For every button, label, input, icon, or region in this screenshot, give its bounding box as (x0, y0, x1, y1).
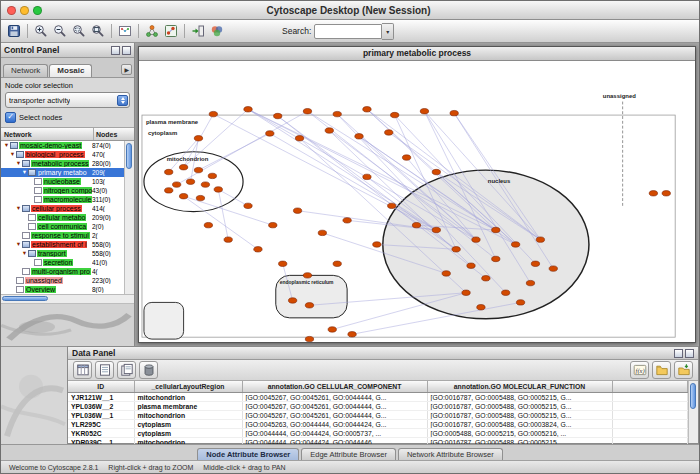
import-network-icon[interactable] (189, 22, 207, 40)
network-node[interactable] (165, 188, 173, 193)
network-node[interactable] (295, 136, 303, 141)
network-node[interactable] (536, 237, 544, 242)
network-node[interactable] (363, 107, 371, 112)
network-node[interactable] (452, 247, 460, 252)
select-attributes-icon[interactable] (73, 361, 92, 379)
network-node[interactable] (355, 134, 363, 139)
tree-item-macromolecule[interactable]: macromolecule311(0) (1, 195, 124, 204)
scrollbar-thumb[interactable] (126, 143, 132, 169)
network-node[interactable] (549, 266, 557, 271)
network-node[interactable] (391, 112, 399, 117)
table-vertical-scrollbar[interactable] (688, 381, 698, 443)
network-node[interactable] (186, 179, 194, 184)
network-node[interactable] (305, 303, 313, 308)
network-node[interactable] (274, 113, 282, 118)
network-node[interactable] (420, 109, 428, 114)
network-node[interactable] (269, 222, 277, 227)
table-row[interactable]: YPL036W__2plasma membrane[GO:0045267, GO… (68, 402, 688, 411)
network-node[interactable] (526, 280, 534, 285)
network-node[interactable] (412, 222, 420, 227)
network-node[interactable] (288, 298, 296, 303)
network-node[interactable] (472, 237, 480, 242)
new-attribute-icon[interactable] (117, 361, 136, 379)
network-node[interactable] (244, 203, 252, 208)
search-dropdown-arrow-icon[interactable]: ▾ (382, 23, 394, 40)
network-node[interactable] (165, 169, 173, 174)
close-panel-button[interactable] (122, 46, 131, 55)
network-node[interactable] (348, 332, 356, 337)
network-node[interactable] (432, 169, 440, 174)
import-attributes-icon[interactable] (652, 361, 671, 379)
network-node[interactable] (649, 191, 657, 196)
node-color-dropdown[interactable]: transporter activity (5, 92, 130, 108)
tree-header-nodes[interactable]: Nodes (94, 131, 134, 138)
network-node[interactable] (194, 136, 202, 141)
network-node[interactable] (482, 276, 490, 281)
tab-network[interactable]: Network (3, 64, 48, 77)
network-node[interactable] (333, 261, 341, 266)
network-node[interactable] (254, 247, 262, 252)
tree-item-transport[interactable]: ▼transport558(0) (1, 249, 124, 258)
network-node[interactable] (208, 173, 216, 178)
expand-arrow-icon[interactable]: ▼ (9, 150, 16, 159)
expand-arrow-icon[interactable]: ▼ (21, 249, 28, 258)
delete-attribute-icon[interactable] (139, 361, 158, 379)
network-node[interactable] (388, 203, 396, 208)
graphics-details-icon[interactable] (116, 22, 134, 40)
network-node[interactable] (209, 111, 217, 116)
network-node[interactable] (266, 131, 274, 136)
network-node[interactable] (402, 155, 410, 160)
column-header-id[interactable]: ID (68, 381, 134, 393)
vizmapper-icon[interactable] (208, 22, 226, 40)
zoom-fit-icon[interactable] (89, 22, 107, 40)
network-node[interactable] (303, 273, 311, 278)
network-canvas[interactable]: plasma membrane cytoplasm mitochondrion … (139, 61, 695, 342)
float-panel-button[interactable] (111, 46, 120, 55)
network-node[interactable] (467, 263, 475, 268)
network-node[interactable] (303, 109, 311, 114)
scrollbar-thumb[interactable] (2, 296, 48, 301)
zoom-selected-icon[interactable] (70, 22, 88, 40)
close-window-button[interactable] (7, 6, 16, 15)
save-icon[interactable] (5, 22, 23, 40)
network-node[interactable] (305, 336, 313, 341)
network-node[interactable] (662, 191, 670, 196)
network-node[interactable] (477, 305, 485, 310)
tree-item-cellular-metabo[interactable]: cellular metabo209(0) (1, 213, 124, 222)
tree-item-cellular-process[interactable]: ▼cellular process414( (1, 204, 124, 213)
zoom-window-button[interactable] (33, 6, 42, 15)
tree-item-mosaic-demo-yeast[interactable]: ▼mosaic-demo-yeast874(0) (1, 141, 124, 150)
network-node[interactable] (432, 227, 440, 232)
column-header-annotation-go-cellular-component[interactable]: annotation.GO CELLULAR_COMPONENT (242, 381, 427, 393)
network-node[interactable] (293, 208, 301, 213)
network-node[interactable] (531, 261, 539, 266)
network-node[interactable] (385, 130, 393, 135)
tab-mosaic[interactable]: Mosaic (49, 64, 92, 77)
network-node[interactable] (511, 242, 519, 247)
tree-item-biological-process[interactable]: ▼biological_process470( (1, 150, 124, 159)
tree-item-nucleobase[interactable]: nucleobase103( (1, 177, 124, 186)
network-node[interactable] (442, 271, 450, 276)
table-row[interactable]: YJR121W__1mitochondrion[GO:0045267, GO:0… (68, 393, 688, 402)
expand-arrow-icon[interactable]: ▼ (15, 240, 22, 249)
network-node[interactable] (333, 111, 341, 116)
network-node[interactable] (201, 182, 209, 187)
network-node[interactable] (502, 290, 510, 295)
network-node[interactable] (373, 242, 381, 247)
network-node[interactable] (214, 187, 222, 192)
network-node[interactable] (325, 128, 333, 133)
zoom-in-icon[interactable] (32, 22, 50, 40)
network-node[interactable] (492, 256, 500, 261)
tree-item-response-to-stimul[interactable]: response to stimul2( (1, 231, 124, 240)
expand-arrow-icon[interactable]: ▼ (15, 204, 22, 213)
data-panel-close-button[interactable] (685, 349, 694, 358)
table-row[interactable]: YPL036W__1mitochondrion[GO:0045267, GO:0… (68, 411, 688, 420)
search-input[interactable] (314, 24, 382, 39)
select-nodes-checkbox[interactable]: ✓ (5, 112, 16, 123)
network-node[interactable] (516, 300, 524, 305)
tree-header-network[interactable]: Network (1, 128, 94, 140)
network-node[interactable] (462, 290, 470, 295)
tree-item-unassigned[interactable]: unassigned223(0) (1, 276, 124, 285)
column-header-annotation-go-molecular-function[interactable]: annotation.GO MOLECULAR_FUNCTION (427, 381, 612, 393)
new-network-from-selection-icon[interactable] (162, 22, 180, 40)
